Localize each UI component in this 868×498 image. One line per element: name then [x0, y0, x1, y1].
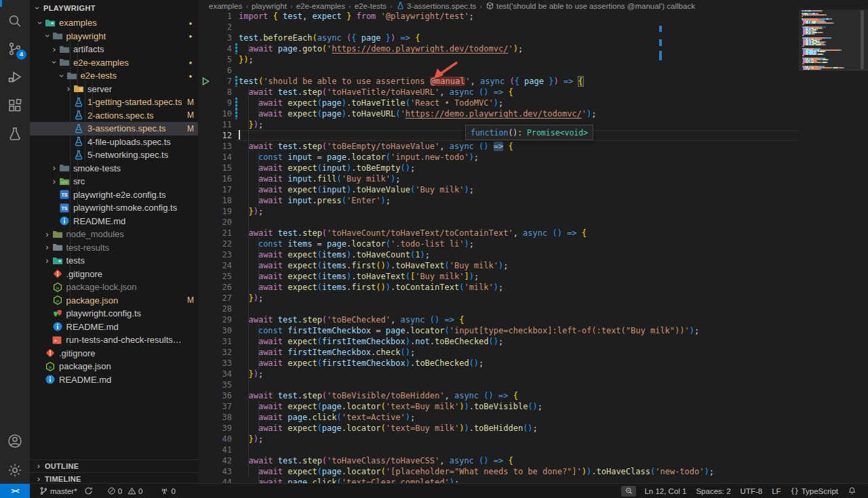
- chevron-down-icon[interactable]: ›: [43, 31, 52, 41]
- chevron-right-icon[interactable]: ›: [50, 164, 59, 172]
- code-line[interactable]: 41: [198, 444, 868, 455]
- ports-item[interactable]: 0: [160, 486, 175, 495]
- remote-indicator[interactable]: ><: [0, 484, 30, 498]
- code-line[interactable]: 8 await test.step('toHaveTitle/toHaveURL…: [198, 87, 868, 98]
- eol-item[interactable]: LF: [772, 487, 781, 495]
- url-link[interactable]: https://demo.playwright.dev/todomvc/: [332, 44, 508, 54]
- code-line[interactable]: 2: [198, 22, 868, 33]
- code-line[interactable]: 20: [198, 217, 868, 228]
- encoding-item[interactable]: UTF-8: [741, 487, 763, 495]
- code-line[interactable]: 38 await page.click('text=Active');: [198, 412, 868, 423]
- code-line[interactable]: 39 await expect(page.locator('text=Buy m…: [198, 423, 868, 434]
- breadcrumb-symbol[interactable]: test('should be able to use assertions @…: [496, 2, 695, 10]
- breadcrumb-item[interactable]: examples: [209, 2, 242, 10]
- tree-item-server[interactable]: ›server: [30, 83, 198, 96]
- source-control-icon[interactable]: 4: [7, 41, 23, 57]
- tree-item-package.json[interactable]: jspackage.jsonM: [30, 294, 198, 308]
- code-line[interactable]: 4 await page.goto('https://demo.playwrig…: [198, 43, 868, 54]
- chevron-right-icon[interactable]: ›: [64, 85, 73, 93]
- tree-item-node_modules[interactable]: ›node_modules: [30, 228, 198, 241]
- tree-item-src[interactable]: ›</>src: [30, 175, 198, 188]
- tree-item-.gitignore[interactable]: .gitignore: [30, 268, 198, 281]
- code-line[interactable]: 25 await expect(items).toHaveText(['Buy …: [198, 271, 868, 282]
- language-item[interactable]: {} TypeScript: [791, 487, 838, 495]
- sidebar-header[interactable]: › PLAYWRIGHT: [30, 0, 198, 16]
- code-line[interactable]: 1import { test, expect } from '@playwrig…: [198, 11, 868, 22]
- code-line[interactable]: 23 await expect(items).toHaveCount(1);: [198, 249, 868, 260]
- code-line[interactable]: 13 await test.step('toBeEmpty/toHaveValu…: [198, 141, 868, 152]
- chevron-right-icon[interactable]: ›: [43, 257, 52, 265]
- code-line[interactable]: 17 await expect(input).toHaveValue('Buy …: [198, 184, 868, 195]
- code-line[interactable]: 42 await test.step('toHaveClass/toHaveCS…: [198, 455, 868, 466]
- code-line[interactable]: 10 await expect(page).toHaveURL('https:/…: [198, 108, 868, 119]
- cursor-position-item[interactable]: Ln 12, Col 1: [644, 487, 686, 495]
- testing-icon[interactable]: [7, 126, 23, 142]
- code-line[interactable]: 18 await input.press('Enter');: [198, 195, 868, 206]
- tree-item-tests[interactable]: ›tests: [30, 254, 198, 268]
- git-branch-item[interactable]: master*: [39, 486, 77, 495]
- breadcrumb-file[interactable]: 3-assertions.spec.ts: [407, 2, 476, 10]
- code-line[interactable]: 7test('should be able to use assertions …: [198, 76, 868, 87]
- chevron-right-icon[interactable]: ›: [43, 230, 52, 238]
- code-line[interactable]: 24 await expect(items.first()).toHaveTex…: [198, 260, 868, 271]
- code-line[interactable]: 6: [198, 65, 868, 76]
- tree-item-examples[interactable]: ›examples●: [30, 16, 198, 30]
- problems-item[interactable]: 0 0: [107, 486, 143, 495]
- tree-item-e2e-examples[interactable]: ›e2e-examples●: [30, 56, 198, 70]
- code-line[interactable]: 26 await expect(items.first()).toContain…: [198, 282, 868, 293]
- git-modified-gutter[interactable]: [235, 76, 237, 87]
- tree-item-playwright[interactable]: ›playwright●: [30, 30, 198, 43]
- tree-item-2-actions.spec.ts[interactable]: 2-actions.spec.tsM: [30, 109, 198, 123]
- tree-item-package.json[interactable]: jspackage.json: [30, 360, 198, 373]
- tree-item-run-tests-and-check-results.sh[interactable]: >_run-tests-and-check-results.sh: [30, 333, 198, 347]
- code-line[interactable]: 15 await expect(input).toBeEmpty();: [198, 163, 868, 173]
- code-area[interactable]: 1import { test, expect } from '@playwrig…: [198, 11, 868, 483]
- tree-item-test-results[interactable]: ›test-results: [30, 241, 198, 255]
- code-line[interactable]: 40 });: [198, 434, 868, 444]
- tree-item-playwright-e2e.config.ts[interactable]: TSplaywright-e2e.config.ts: [30, 188, 198, 202]
- code-line[interactable]: 14 const input = page.locator('input.new…: [198, 152, 868, 163]
- outline-section[interactable]: › OUTLINE: [30, 459, 198, 472]
- code-line[interactable]: 21 await test.step('toHaveCount/toHaveTe…: [198, 228, 868, 238]
- code-line[interactable]: 30 const firstItemCheckbox = page.locato…: [198, 325, 868, 336]
- run-debug-icon[interactable]: [7, 69, 23, 85]
- breadcrumb-item[interactable]: e2e-examples: [296, 2, 345, 10]
- chevron-right-icon[interactable]: ›: [50, 178, 59, 186]
- chevron-right-icon[interactable]: ›: [43, 243, 52, 251]
- git-modified-gutter[interactable]: [235, 43, 237, 54]
- code-line[interactable]: 32 await firstItemCheckbox.check();: [198, 347, 868, 358]
- chevron-down-icon[interactable]: ›: [58, 71, 66, 81]
- code-line[interactable]: 9 await expect(page).toHaveTitle('React …: [198, 98, 868, 108]
- code-line[interactable]: 36 await test.step('toBeVisible/toBeHidd…: [198, 390, 868, 401]
- tree-item-3-assertions.spec.ts[interactable]: 3-assertions.spec.tsM: [30, 122, 198, 136]
- tree-item-package-lock.json[interactable]: jspackage-lock.json: [30, 281, 198, 294]
- tree-item-e2e-tests[interactable]: ›e2e-tests●: [30, 69, 198, 83]
- breadcrumb-item[interactable]: playwright: [252, 2, 287, 10]
- settings-gear-icon[interactable]: [7, 462, 23, 478]
- run-test-gutter[interactable]: [198, 76, 214, 87]
- code-line[interactable]: 34 });: [198, 369, 868, 379]
- indentation-item[interactable]: Spaces: 2: [696, 487, 730, 495]
- code-line[interactable]: 19 });: [198, 206, 868, 217]
- sync-item[interactable]: [84, 486, 95, 495]
- tree-item-README.md[interactable]: README.md: [30, 215, 198, 228]
- code-line[interactable]: 35: [198, 379, 868, 390]
- code-line[interactable]: 27 });: [198, 293, 868, 304]
- code-line[interactable]: 16 await input.fill('Buy milk');: [198, 173, 868, 184]
- code-line[interactable]: 37 await expect(page.locator('text=Buy m…: [198, 401, 868, 412]
- tree-item-playwright-smoke.config.ts[interactable]: TSplaywright-smoke.config.ts: [30, 201, 198, 215]
- zoom-status-item[interactable]: [621, 486, 636, 497]
- url-link[interactable]: https://demo.playwright.dev/todomvc/: [406, 109, 582, 119]
- code-line[interactable]: 33 await expect(firstItemCheckbox).toBeC…: [198, 358, 868, 369]
- tree-item-1-getting-started.spec.ts[interactable]: 1-getting-started.spec.tsM: [30, 96, 198, 109]
- code-line[interactable]: 28: [198, 304, 868, 314]
- tree-item-README.md[interactable]: README.md: [30, 320, 198, 334]
- chevron-right-icon[interactable]: ›: [50, 45, 59, 54]
- tree-item-README.md[interactable]: README.md: [30, 373, 198, 387]
- code-line[interactable]: 3test.beforeEach(async ({ page }) => {: [198, 33, 868, 43]
- code-line[interactable]: 31 await expect(firstItemCheckbox).not.t…: [198, 336, 868, 347]
- code-line[interactable]: 5});: [198, 54, 868, 65]
- code-line[interactable]: 43 await expect(page.locator('[placehold…: [198, 466, 868, 477]
- tree-item-5-networking.spec.ts[interactable]: 5-networking.spec.ts: [30, 148, 198, 162]
- tree-item-artifacts[interactable]: ›artifacts: [30, 43, 198, 56]
